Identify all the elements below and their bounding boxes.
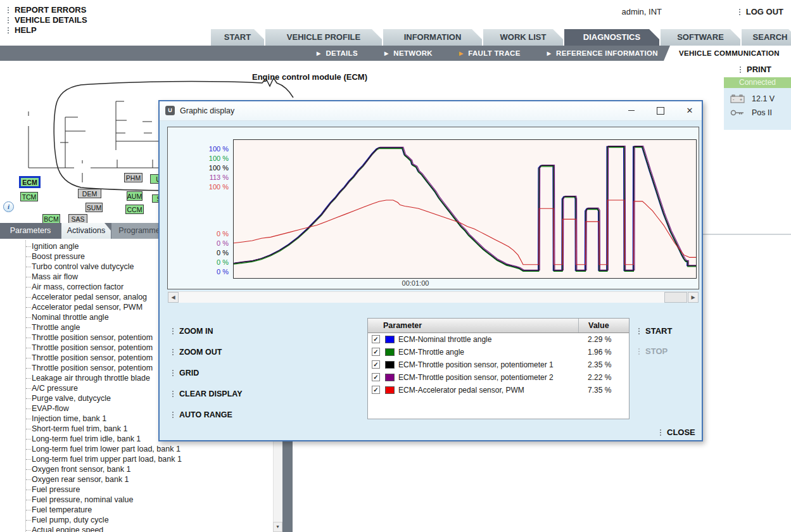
parameter-tree-item[interactable]: Short-term fuel trim, bank 1 <box>0 424 182 434</box>
parameter-tree-item[interactable]: Long-term fuel trim upper part load, ban… <box>0 454 182 464</box>
subnav-item[interactable]: ▶NETWORK <box>384 49 433 57</box>
logout-button[interactable]: LOG OUT <box>739 7 783 16</box>
scrollbar-thumb[interactable] <box>664 292 687 303</box>
application-window: REPORT ERRORSVEHICLE DETAILSHELP admin, … <box>0 0 791 532</box>
series-name: ECM-Nominal throttle angle <box>398 333 491 346</box>
chart-region: 100 %100 %100 %113 %100 % 0 %0 %0 %0 %0 … <box>167 127 699 289</box>
parameter-tree-item[interactable]: Oxygen front sensor, bank 1 <box>0 464 182 474</box>
diagram-module[interactable]: AUM <box>127 191 142 201</box>
main-tab[interactable]: SEARCH <box>742 29 791 46</box>
parameter-tree-item[interactable]: Actual engine speed <box>0 525 182 532</box>
diagram-module[interactable]: SAS <box>68 214 87 224</box>
chart-action-button[interactable]: CLEAR DISPLAY <box>172 390 243 402</box>
info-icon[interactable]: i <box>3 201 14 212</box>
chart-actions: ZOOM INZOOM OUTGRIDCLEAR DISPLAYAUTO RAN… <box>172 327 243 431</box>
series-value: 1.96 % <box>588 346 611 358</box>
diagram-module[interactable]: SUM <box>85 203 103 212</box>
y-axis-label: 0 % <box>175 258 229 267</box>
chart-action-button[interactable]: ZOOM OUT <box>172 348 243 360</box>
parameter-tree-item[interactable]: Throttle position sensor, potentiom <box>0 363 182 373</box>
minimize-button[interactable] <box>622 103 641 118</box>
table-row[interactable]: ECM-Throttle position sensor, potentiome… <box>368 358 629 371</box>
main-tab[interactable]: START <box>211 29 264 46</box>
parameter-tree-item[interactable]: Throttle position sensor, potentiom <box>0 332 182 343</box>
minimize-icon <box>628 110 635 111</box>
parameter-tree-item[interactable]: Fuel pressure <box>0 484 182 495</box>
series-value: 2.35 % <box>588 358 611 371</box>
chart-action-button[interactable]: GRID <box>172 369 243 381</box>
diagram-module[interactable]: ECM <box>19 176 41 188</box>
table-row[interactable]: ECM-Throttle angle 1.96 % <box>368 346 629 358</box>
subnav-item[interactable]: ▶FAULT TRACE <box>459 49 521 57</box>
scroll-left-button[interactable]: ◀ <box>168 292 179 303</box>
parameter-tree-item[interactable]: Ignition angle <box>0 241 182 251</box>
chart-plot[interactable] <box>233 139 697 279</box>
main-tab[interactable]: SOFTWARE <box>661 29 740 46</box>
parameter-tree-item[interactable]: Oxygen rear sensor, bank 1 <box>0 474 182 484</box>
main-tab[interactable]: WORK LIST <box>483 29 563 46</box>
parameter-tree-item[interactable]: Fuel pressure, nominal value <box>0 495 182 505</box>
dialog-titlebar[interactable]: U Graphic display ✕ <box>160 101 702 121</box>
parameter-tree-item[interactable]: Mass air flow <box>0 272 182 282</box>
table-row[interactable]: ECM-Throttle position sensor, potentiome… <box>368 371 629 384</box>
start-button[interactable]: START <box>638 326 672 336</box>
series-name: ECM-Accelerator pedal sensor, PWM <box>398 384 524 396</box>
parameter-tree-item[interactable]: Accelerator pedal sensor, analog <box>0 292 182 302</box>
diagram-module[interactable]: CCM <box>125 205 144 214</box>
main-tab[interactable]: VEHICLE PROFILE <box>265 29 382 46</box>
parameter-tree-item[interactable]: Injection time, bank 1 <box>0 414 182 424</box>
close-button[interactable]: CLOSE <box>660 428 695 437</box>
parameter-tree-item[interactable]: Long-term fuel trim lower part load, ban… <box>0 444 182 454</box>
tree-scroll-down-button[interactable]: ▾ <box>273 522 282 532</box>
scroll-right-button[interactable]: ▶ <box>688 292 699 303</box>
top-menu-link[interactable]: REPORT ERRORS <box>8 5 87 15</box>
panel-tab[interactable]: Activations <box>61 223 111 239</box>
diagram-module[interactable]: PHM <box>124 173 142 182</box>
chart-action-button[interactable]: AUTO RANGE <box>172 410 243 423</box>
parameter-tree-item[interactable]: EVAP-flow <box>0 403 182 414</box>
table-row[interactable]: ECM-Accelerator pedal sensor, PWM 7.35 % <box>368 384 629 396</box>
parameter-tree-item[interactable]: Leakage air through throttle blade <box>0 373 182 383</box>
parameter-tree-item[interactable]: Turbo control valve dutycycle <box>0 262 182 272</box>
maximize-button[interactable] <box>651 103 670 118</box>
parameter-table-header: Parameter Value <box>368 319 629 333</box>
series-color-swatch <box>385 374 395 381</box>
parameter-tree-item[interactable]: Throttle position sensor, potentiom <box>0 343 182 353</box>
parameter-tree-item[interactable]: Accelerator pedal sensor, PWM <box>0 302 182 312</box>
subnav-item[interactable]: ▶DETAILS <box>317 49 358 57</box>
chart-h-scrollbar[interactable]: ◀ ▶ <box>168 291 699 303</box>
print-button[interactable]: PRINT <box>740 65 771 74</box>
series-checkbox[interactable] <box>372 386 380 394</box>
main-tab[interactable]: DIAGNOSTICS <box>564 29 659 46</box>
user-bar: admin, INT LOG OUT <box>598 7 788 17</box>
table-row[interactable]: ECM-Nominal throttle angle 2.29 % <box>368 333 629 346</box>
top-menu-link[interactable]: VEHICLE DETAILS <box>8 15 87 25</box>
parameter-tree-item[interactable]: Nominal throttle angle <box>0 312 182 322</box>
maximize-icon <box>657 107 664 115</box>
diagram-module[interactable]: TCM <box>20 192 38 201</box>
main-tab[interactable]: INFORMATION <box>383 29 482 46</box>
app-logo-icon: U <box>165 106 175 115</box>
diagram-module[interactable]: DEM <box>78 189 101 198</box>
parameter-tree-item[interactable]: Purge valve, dutycycle <box>0 393 182 403</box>
diagram-module[interactable]: BCM <box>42 214 60 224</box>
stop-button: STOP <box>638 346 668 356</box>
parameter-tree-item[interactable]: Boost pressure <box>0 251 182 262</box>
parameter-tree-item[interactable]: Air mass, correction factor <box>0 282 182 292</box>
parameter-tree-item[interactable]: Fuel temperature <box>0 505 182 515</box>
parameter-tree-item[interactable]: Throttle angle <box>0 322 182 332</box>
panel-tab[interactable]: Parameters <box>0 223 61 239</box>
series-checkbox[interactable] <box>372 373 380 381</box>
parameter-tree-item[interactable]: A/C pressure <box>0 383 182 393</box>
parameter-tree-item[interactable]: Fuel pump, duty cycle <box>0 515 182 525</box>
main-tab-bar: STARTVEHICLE PROFILEINFORMATIONWORK LIST… <box>0 29 791 46</box>
series-checkbox[interactable] <box>372 360 380 369</box>
close-window-button[interactable]: ✕ <box>680 103 699 118</box>
series-checkbox[interactable] <box>372 335 380 343</box>
parameter-tree-item[interactable]: Long-term fuel trim idle, bank 1 <box>0 434 182 444</box>
subnav-tab-vehicle-communication[interactable]: VEHICLE COMMUNICATION <box>679 46 780 61</box>
chart-action-button[interactable]: ZOOM IN <box>172 327 243 339</box>
parameter-tree-item[interactable]: Throttle position sensor, potentiom <box>0 353 182 363</box>
subnav-item[interactable]: ▶REFERENCE INFORMATION <box>547 49 658 57</box>
series-checkbox[interactable] <box>372 348 380 356</box>
